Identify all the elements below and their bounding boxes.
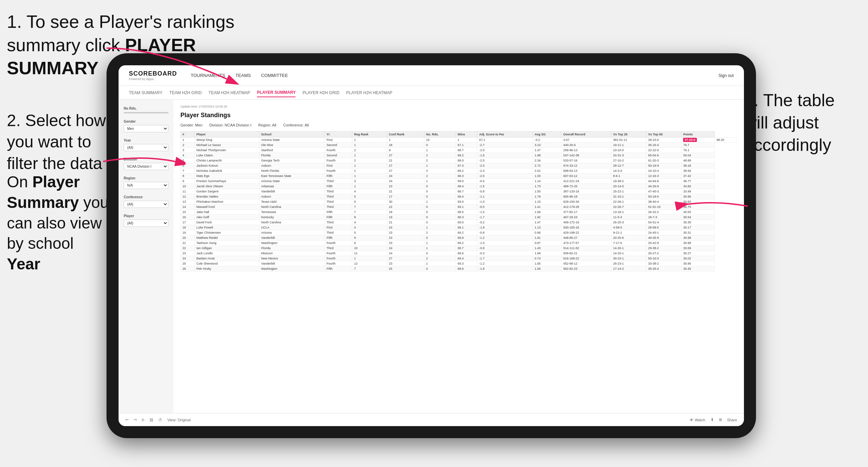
table-cell: -0.8 [477, 246, 533, 251]
watch-btn[interactable]: 👁 Watch [690, 418, 705, 422]
table-cell: 18 [387, 143, 424, 148]
table-cell: 1.47 [533, 148, 561, 153]
table-cell: Jacob Skov Olesen [194, 184, 259, 189]
table-cell: 19-11-1 [611, 143, 646, 148]
table-cell: 21 [387, 220, 424, 225]
table-row: 4Luke ClatonFloridaSecond127268.2-1.61.9… [181, 153, 737, 158]
subnav-player-h2h-heatmap[interactable]: PLAYER H2H HEATMAP [346, 89, 392, 97]
table-cell: 19 [181, 230, 195, 235]
annotation-3: 3. The table will adjust accordingly [744, 89, 858, 156]
table-cell: 406-172-16 [561, 220, 611, 225]
table-cell: 1 [424, 199, 456, 204]
col-adj-score: Adj. Score to Par [477, 132, 533, 137]
sign-out-link[interactable]: Sign out [719, 73, 734, 78]
region-select[interactable]: N/A [124, 182, 168, 189]
table-cell: 0 [424, 215, 456, 220]
col-conf-rank: Conf Rank [387, 132, 424, 137]
undo-btn[interactable]: ↩ [125, 418, 129, 422]
arrow-3 [665, 192, 751, 220]
table-cell: 1 [352, 256, 387, 261]
table-cell: 68.7 [456, 246, 477, 251]
table-cell: -2.5 [477, 158, 533, 163]
table-cell: 1 [352, 163, 387, 168]
nav-item-committee[interactable]: COMMITTEE [261, 71, 288, 80]
table-cell: 448-85-27 [561, 235, 611, 241]
table-cell: 4 [352, 189, 387, 194]
table-cell: 1.66 [533, 210, 561, 215]
table-cell: 1.15 [533, 199, 561, 204]
link-btn[interactable]: ⛓ [149, 418, 153, 422]
table-cell: 30.17 [681, 225, 715, 230]
table-cell: Georgia Tech [259, 158, 325, 163]
copy-btn[interactable]: ⎘ [142, 418, 144, 422]
no-rds-section: No Rds. [124, 107, 168, 113]
table-cell: 27-10-2 [611, 158, 646, 163]
table-cell: 0 [424, 210, 456, 215]
table-cell: David Ford [194, 220, 259, 225]
table-cell: Arizona State [259, 179, 325, 184]
table-cell: 547-142-38 [561, 153, 611, 158]
table-cell: 26 [181, 266, 195, 271]
table-cell: 68.0 [456, 158, 477, 163]
table-cell: 1 [352, 168, 387, 174]
export-btn[interactable]: ⬆ [711, 418, 714, 422]
table-cell: Texas A&M [259, 199, 325, 204]
grid-btn[interactable]: ⊞ [719, 418, 722, 422]
table-cell: 1.13 [533, 225, 561, 230]
subnav-player-summary[interactable]: PLAYER SUMMARY [257, 88, 296, 97]
table-cell: 20-25-6 [611, 235, 646, 241]
table-cell: -1.8 [477, 266, 533, 271]
view-original-btn[interactable]: View: Original [167, 418, 191, 422]
share-label: Share [727, 418, 737, 422]
table-cell: 50-19-9 [646, 163, 681, 168]
gender-select[interactable]: Men [124, 125, 168, 132]
table-cell: UCLA [259, 225, 325, 230]
table-row: 1Wenyi DingArizona StateFirst1115167.1-3… [181, 137, 737, 143]
table-row: 17David FordNorth CarolinaThird421069.0-… [181, 220, 737, 225]
conference-select[interactable]: (All) [124, 201, 168, 208]
table-cell: 0 [424, 189, 456, 194]
table-cell: 24 [387, 179, 424, 184]
table-cell: 27 [387, 153, 424, 158]
player-select[interactable]: (All) [124, 220, 168, 227]
table-cell: 9 [352, 235, 387, 241]
annotation-2-text: 2. Select how you want to filter the dat… [7, 111, 106, 173]
table-cell: 88.20 [715, 137, 737, 143]
table-cell: 67.1 [477, 137, 533, 143]
table-cell: 8 [352, 215, 387, 220]
col-no-rds: No. Rds. [424, 132, 456, 137]
table-cell: Fourth [325, 256, 352, 261]
table-cell: North Carolina [259, 220, 325, 225]
table-cell: 2 [352, 148, 387, 153]
table-cell: -1.8 [477, 225, 533, 230]
table-cell: 1 [424, 261, 456, 266]
subnav-player-h2h-grid[interactable]: PLAYER H2H GRID [302, 89, 339, 97]
table-cell: 68.6 [456, 251, 477, 256]
table-cell: Auburn [259, 163, 325, 168]
table-cell: 76.7 [681, 143, 715, 148]
table-cell: Fourth [325, 241, 352, 246]
table-cell: 30.02 [681, 256, 715, 261]
table-cell: 1.73 [533, 184, 561, 189]
table-cell: 4-58-0 [611, 225, 646, 230]
table-cell: 8-21-1 [611, 230, 646, 235]
table-cell: 412-179-28 [561, 204, 611, 210]
share-btn[interactable]: Share [727, 418, 737, 422]
table-cell: 2 [424, 256, 456, 261]
table-cell: 467-29-23 [561, 215, 611, 220]
table-cell: Fourth [325, 158, 352, 163]
table-cell: 33-38-2 [646, 261, 681, 266]
no-rds-slider[interactable] [124, 112, 168, 113]
table-cell: Third [325, 189, 352, 194]
clock-btn[interactable]: ⏱ [158, 418, 162, 422]
table-cell: North Florida [259, 168, 325, 174]
nav-right: Sign out [719, 73, 734, 78]
table-cell: 4 [352, 220, 387, 225]
redo-btn[interactable]: ↪ [134, 418, 137, 422]
table-cell: 69.0 [456, 220, 477, 225]
table-cell: -1.1 [477, 194, 533, 199]
table-cell: 387-133-16 [561, 189, 611, 194]
table-cell: -1.0 [477, 241, 533, 246]
table-cell: 24 [181, 256, 195, 261]
table-cell: Ian Gilligan [194, 246, 259, 251]
